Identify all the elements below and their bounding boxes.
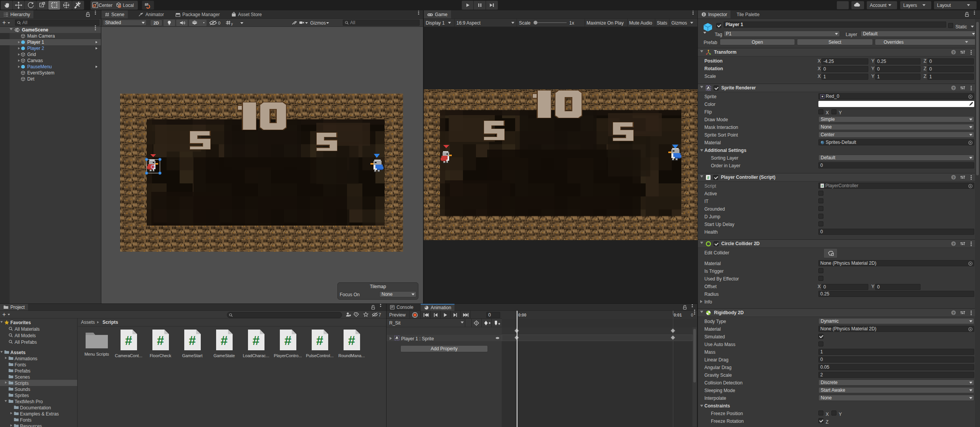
svg-text:Center: Center [99, 3, 112, 8]
svg-text:#: # [220, 333, 227, 348]
svg-text:?: ? [952, 51, 955, 54]
svg-text:#: # [707, 175, 709, 180]
svg-text:#: # [348, 333, 355, 348]
svg-text:Local: Local [123, 3, 134, 8]
svg-text:0: 0 [218, 21, 220, 25]
svg-text:?: ? [952, 86, 955, 90]
svg-text:#: # [821, 184, 823, 188]
svg-text:#: # [252, 333, 259, 348]
svg-text:?: ? [952, 311, 955, 315]
svg-text:Gizmos: Gizmos [310, 20, 326, 26]
svg-text:#: # [157, 333, 164, 348]
svg-text:?: ? [952, 176, 955, 180]
svg-text:#: # [284, 333, 291, 348]
svg-text:?: ? [952, 242, 955, 246]
svg-text:#: # [125, 333, 132, 348]
svg-text:#: # [316, 333, 323, 348]
svg-text:#: # [188, 333, 195, 348]
svg-text:y: y [231, 22, 233, 26]
svg-text:7: 7 [378, 312, 381, 318]
